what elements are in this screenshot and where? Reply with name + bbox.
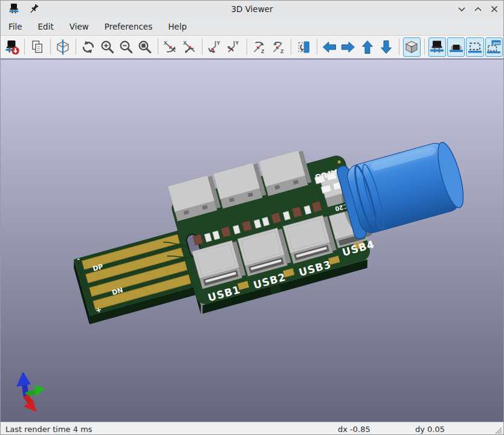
ortho-projection-toggle[interactable] — [403, 37, 421, 57]
toolbar-separator — [399, 39, 399, 55]
toolbar-separator — [247, 39, 247, 55]
virtual-component-outline-icon — [467, 39, 483, 55]
status-bar: Last render time 4 ms dx -0.85 dy 0.05 — [1, 422, 503, 435]
redraw-button[interactable] — [80, 37, 97, 57]
toolbar-separator — [424, 39, 425, 55]
maximize-button[interactable] — [473, 4, 483, 14]
3d-viewport[interactable]: - DP DN + — [1, 59, 503, 422]
close-icon — [489, 4, 500, 14]
close-button[interactable] — [489, 4, 500, 14]
rotate-y-cw-icon: Y — [207, 39, 223, 55]
zoom-fit-button[interactable] — [137, 37, 154, 57]
pos-models-toggle[interactable]: .pos — [485, 37, 503, 57]
move-down-button[interactable] — [377, 37, 395, 57]
dx-value: dx -0.85 — [338, 425, 370, 434]
arrow-right-icon — [340, 39, 356, 55]
arrow-up-icon — [360, 39, 375, 55]
window-title: 3D Viewer — [1, 4, 503, 14]
render-time-text: Last render time 4 ms — [1, 425, 92, 434]
menu-edit[interactable]: Edit — [30, 18, 62, 35]
svg-text:.pos: .pos — [493, 40, 500, 44]
menu-view[interactable]: View — [62, 18, 97, 35]
svg-text:Z: Z — [261, 48, 264, 54]
move-left-button[interactable] — [320, 37, 338, 57]
toolbar-separator — [317, 39, 317, 55]
svg-text:Z: Z — [280, 48, 283, 54]
smd-models-toggle[interactable] — [447, 37, 465, 57]
toolbar-separator — [50, 39, 51, 55]
toolbar-separator — [24, 39, 25, 55]
window-controls — [456, 4, 500, 14]
rotate-z-ccw-icon: Z — [271, 39, 286, 55]
arrow-down-icon — [378, 39, 394, 55]
move-up-button[interactable] — [358, 37, 376, 57]
copy-image-button[interactable] — [28, 37, 46, 57]
svg-text:Y: Y — [216, 40, 220, 46]
rotate-z-cw-icon: Z — [251, 39, 267, 55]
zoom-in-button[interactable] — [99, 37, 116, 57]
zoom-fit-icon — [137, 39, 153, 55]
minimize-button[interactable] — [456, 4, 467, 14]
flip-board-icon — [296, 39, 312, 55]
cube-axis-icon — [55, 39, 71, 55]
virtual-models-toggle[interactable] — [466, 37, 483, 57]
rotate-y-cw-button[interactable]: Y — [206, 37, 224, 57]
toolbar-separator — [291, 39, 291, 55]
rotate-x-cw-button[interactable]: X — [162, 37, 179, 57]
through-hole-component-icon — [429, 39, 445, 55]
menu-preferences[interactable]: Preferences — [97, 18, 160, 35]
title-bar: 3D Viewer — [1, 1, 503, 18]
rotate-x-ccw-icon: X — [182, 39, 198, 55]
reload-board-icon — [4, 39, 20, 55]
toolbar-separator — [158, 39, 158, 55]
chevron-up-icon — [473, 4, 483, 14]
rotate-y-ccw-button[interactable]: Y — [225, 37, 243, 57]
chevron-down-icon — [456, 4, 467, 14]
menu-file[interactable]: File — [1, 18, 30, 35]
rotate-x-cw-icon: X — [163, 39, 178, 55]
rotate-z-cw-button[interactable]: Z — [251, 37, 268, 57]
arrow-left-icon — [321, 39, 337, 55]
zoom-out-button[interactable] — [117, 37, 135, 57]
toolbar-separator — [202, 39, 202, 55]
svg-text:X: X — [164, 40, 167, 46]
menu-help[interactable]: Help — [160, 18, 195, 35]
flip-board-button[interactable] — [295, 37, 312, 57]
svg-text:Y: Y — [236, 40, 239, 46]
copy-icon — [30, 39, 45, 55]
dy-value: dy 0.05 — [415, 425, 445, 434]
rotate-z-ccw-button[interactable]: Z — [270, 37, 287, 57]
3d-scene: - DP DN + — [1, 60, 504, 422]
refresh-icon — [80, 39, 96, 55]
reload-board-button[interactable] — [3, 37, 21, 57]
rotate-x-ccw-button[interactable]: X — [181, 37, 198, 57]
ortho-cube-icon — [404, 39, 419, 55]
toolbar-separator — [76, 39, 76, 55]
pos-file-outline-icon: .pos — [486, 39, 502, 55]
zoom-in-icon — [100, 39, 115, 55]
th-models-toggle[interactable] — [428, 37, 446, 57]
rotate-y-ccw-icon: Y — [226, 39, 242, 55]
smd-component-icon — [448, 39, 464, 55]
toolbar: X X Y Y — [1, 36, 503, 59]
resize-grip-icon[interactable] — [494, 426, 502, 434]
menu-bar: File Edit View Preferences Help — [1, 18, 503, 36]
move-right-button[interactable] — [340, 37, 357, 57]
zoom-out-icon — [118, 39, 134, 55]
svg-text:X: X — [183, 40, 187, 46]
render-engine-button[interactable] — [54, 37, 71, 57]
